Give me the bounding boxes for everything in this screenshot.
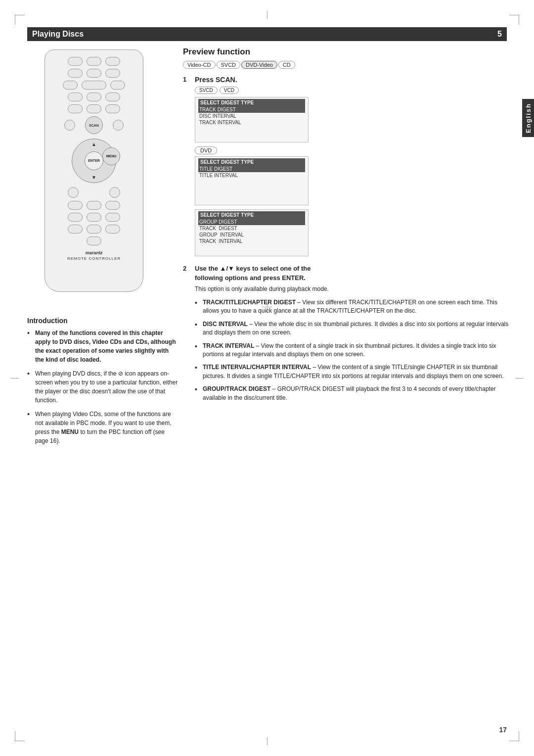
menu-spacer-3 xyxy=(198,244,305,254)
remote-btn-4[interactable] xyxy=(68,69,83,78)
bullet-item-2: • DISC INTERVAL – View the whole disc in… xyxy=(195,320,514,337)
bullet-term-5: GROUP/TRACK DIGEST xyxy=(203,385,270,392)
remote-row-4 xyxy=(68,93,120,101)
remote-row-6 xyxy=(68,187,120,198)
remote-btn-17[interactable] xyxy=(87,201,101,210)
cross-top xyxy=(267,11,267,19)
menu-row-title-interval: TITLE INTERVAL xyxy=(198,172,305,179)
remote-btn-1[interactable] xyxy=(68,57,83,66)
step1-number: 1 xyxy=(183,76,190,258)
nav-down-arrow[interactable]: ▼ xyxy=(91,175,96,180)
disc-badge-dvdvideo: DVD-Video xyxy=(241,61,277,69)
remote-btn-16[interactable] xyxy=(68,201,83,210)
step1-row: 1 Press SCAN. SVCD VCD SELECT DIGEST TYP… xyxy=(183,76,514,258)
dvd-badge-row: DVD xyxy=(195,146,309,154)
step2-content: Use the ▲/▼ keys to select one of the fo… xyxy=(195,265,514,407)
intro-bullet-1: • Many of the functions covered in this … xyxy=(27,329,178,364)
bullet-dot-4: • xyxy=(195,363,200,380)
cross-left xyxy=(11,378,19,378)
remote-btn-8[interactable] xyxy=(82,81,106,90)
page-number: 17 xyxy=(499,726,507,734)
menu-screen-2: SELECT DIGEST TYPE TITLE DIGEST TITLE IN… xyxy=(195,156,309,205)
remote-btn-20[interactable] xyxy=(87,213,101,222)
menu-bold: MENU xyxy=(61,428,79,435)
remote-row-10 xyxy=(87,236,101,245)
menu-screen-3: SELECT DIGEST TYPE GROUP DIGEST TRACK DI… xyxy=(195,209,309,256)
preview-title: Preview function xyxy=(183,47,514,57)
step2-row: 2 Use the ▲/▼ keys to select one of the … xyxy=(183,265,514,407)
introduction-area: Introduction • Many of the functions cov… xyxy=(27,317,178,450)
bullet-text-3: TRACK INTERVAL – View the content of a s… xyxy=(203,342,514,359)
bullet-term-3: TRACK INTERVAL xyxy=(203,342,254,349)
bullet-dot-2: • xyxy=(195,320,200,337)
remote-btn-12[interactable] xyxy=(105,93,120,101)
remote-btn-25[interactable] xyxy=(87,236,101,245)
menu-row-disc-interval: DISC INTERVAL xyxy=(198,113,305,119)
press-scan-label: Press SCAN. xyxy=(195,76,309,84)
intro-dot-3: • xyxy=(27,409,32,445)
remote-btn-14[interactable] xyxy=(87,104,101,113)
remote-btn-10[interactable] xyxy=(68,93,83,101)
remote-btn-9[interactable] xyxy=(110,81,125,90)
remote-btn-22[interactable] xyxy=(68,225,83,234)
disc-badges: Video-CD SVCD DVD-Video CD xyxy=(183,61,514,69)
bullet-desc-2: – View the whole disc in six thumbnail p… xyxy=(203,321,508,336)
remote-btn-7[interactable] xyxy=(63,81,78,90)
menu-spacer-2 xyxy=(198,179,305,203)
menu-header-1: SELECT DIGEST TYPE xyxy=(198,99,305,106)
remote-btn-13[interactable] xyxy=(68,104,83,113)
menu-row-track-interval2: TRACK INTERVAL xyxy=(198,238,305,244)
remote-btn-5[interactable] xyxy=(87,69,101,78)
svcd-badge: SVCD xyxy=(195,87,218,94)
language-tab: English xyxy=(522,99,534,137)
menu-row-group-interval: GROUP INTERVAL xyxy=(198,232,305,238)
remote-row-3 xyxy=(63,81,125,90)
menu-row-title-digest: TITLE DIGEST xyxy=(198,166,305,172)
remote-btn-18[interactable] xyxy=(105,201,120,210)
content-area: Preview function Video-CD SVCD DVD-Video… xyxy=(183,47,514,410)
corner-mark-tr xyxy=(509,15,519,25)
remote-area: SCAN ▲ ▼ ENTER MENU xyxy=(27,49,161,302)
bullet-item-1: • TRACK/TITLE/CHAPTER DIGEST – View six … xyxy=(195,298,514,316)
remote-btn-3[interactable] xyxy=(105,57,120,66)
remote-row-1 xyxy=(68,57,120,66)
bullet-item-4: • TITLE INTERVAL/CHAPTER INTERVAL – View… xyxy=(195,363,514,380)
menu-header-3: SELECT DIGEST TYPE xyxy=(198,211,305,219)
bullet-term-2: DISC INTERVAL xyxy=(203,321,248,328)
remote-btn-2[interactable] xyxy=(87,57,101,66)
nav-up-arrow[interactable]: ▲ xyxy=(91,142,96,147)
disc-badge-videocd: Video-CD xyxy=(183,61,216,69)
header-bar: Playing Discs 5 xyxy=(27,27,507,41)
corner-mark-tl xyxy=(15,15,25,25)
bullet-text-4: TITLE INTERVAL/CHAPTER INTERVAL – View t… xyxy=(203,363,514,380)
scan-button[interactable]: SCAN xyxy=(85,116,103,134)
remote-circle-right2[interactable] xyxy=(109,187,120,198)
nav-area: ▲ ▼ ENTER MENU xyxy=(62,137,126,184)
intro-bullet-2: • When playing DVD discs, if the ⊘ icon … xyxy=(27,369,178,405)
menu-row-group-digest: GROUP DIGEST xyxy=(198,219,305,225)
intro-text-1: Many of the functions covered in this ch… xyxy=(35,329,178,364)
remote-btn-24[interactable] xyxy=(105,225,120,234)
intro-strong-1: Many of the functions covered in this ch… xyxy=(35,330,176,363)
menu-button[interactable]: MENU xyxy=(102,147,120,165)
remote-btn-11[interactable] xyxy=(87,93,101,101)
remote-body: SCAN ▲ ▼ ENTER MENU xyxy=(44,49,143,292)
step1-content: Press SCAN. SVCD VCD SELECT DIGEST TYPE … xyxy=(195,76,309,258)
remote-btn-15[interactable] xyxy=(105,104,120,113)
remote-circle-right[interactable] xyxy=(113,120,124,131)
enter-button[interactable]: ENTER xyxy=(85,151,103,170)
remote-circle-left[interactable] xyxy=(64,120,75,131)
remote-circle-left2[interactable] xyxy=(68,187,79,198)
remote-btn-21[interactable] xyxy=(105,213,120,222)
bullet-dot-1: • xyxy=(195,298,200,316)
cross-right xyxy=(515,378,523,378)
bullet-dot-3: • xyxy=(195,341,200,359)
remote-btn-6[interactable] xyxy=(105,69,120,78)
availability-note: This option is only available during pla… xyxy=(195,284,514,293)
bullet-term-4: TITLE INTERVAL/CHAPTER INTERVAL xyxy=(203,364,311,371)
bullet-section: • TRACK/TITLE/CHAPTER DIGEST – View six … xyxy=(195,298,514,402)
remote-btn-19[interactable] xyxy=(68,213,83,222)
remote-row-9 xyxy=(68,225,120,234)
intro-dot-1: • xyxy=(27,328,32,364)
remote-btn-23[interactable] xyxy=(87,225,101,234)
